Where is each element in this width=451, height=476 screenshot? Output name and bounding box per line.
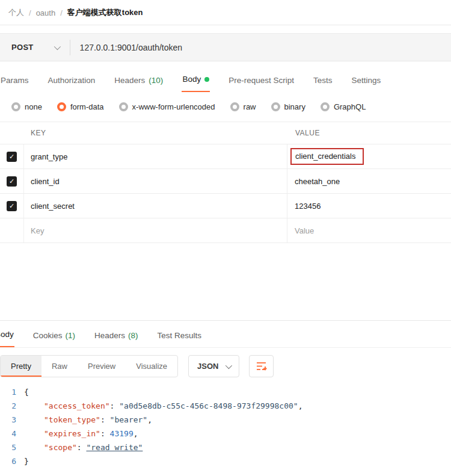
breadcrumb-workspace[interactable]: 个人 [8, 7, 24, 18]
code-line: 1 { [0, 385, 451, 399]
chevron-down-icon [226, 362, 232, 368]
annotation-highlight-box: client_credentials [290, 148, 364, 165]
response-tab-body[interactable]: Body [0, 321, 14, 347]
tab-settings[interactable]: Settings [351, 72, 381, 92]
breadcrumb-separator: / [29, 8, 31, 17]
radio-graphql[interactable]: GraphQL [321, 102, 366, 111]
radio-icon [119, 102, 128, 111]
postman-window: 个人 / oauth / 客户端模式获取token POST 127.0.0.1… [0, 0, 451, 476]
format-select[interactable]: JSON [188, 355, 239, 377]
row-checkbox[interactable] [7, 176, 17, 187]
empty-checkbox-cell [0, 218, 24, 243]
line-number: 5 [0, 440, 24, 454]
key-column-header: KEY [0, 129, 287, 137]
radio-binary[interactable]: binary [271, 102, 305, 111]
method-label: POST [11, 43, 34, 52]
param-key[interactable]: client_secret [24, 194, 287, 218]
code-line: 2 "access_token": "a0d5e8db-c55c-456c-84… [0, 399, 451, 413]
radio-x-www-form-urlencoded[interactable]: x-www-form-urlencoded [119, 102, 215, 111]
response-view-bar: Pretty Raw Preview Visualize JSON [0, 355, 451, 377]
table-row: client_id cheetah_one [0, 169, 451, 194]
view-tab-raw[interactable]: Raw [41, 356, 78, 377]
chevron-down-icon [54, 43, 60, 49]
param-key[interactable]: grant_type [24, 144, 287, 168]
response-section: Body Cookies(1) Headers(8) Test Results … [0, 320, 451, 468]
line-number: 1 [0, 385, 24, 399]
breadcrumb-separator: / [60, 8, 63, 17]
breadcrumb-collection[interactable]: oauth [36, 8, 56, 17]
wrap-lines-button[interactable] [249, 355, 274, 377]
tab-body[interactable]: Body [182, 71, 210, 92]
breadcrumb: 个人 / oauth / 客户端模式获取token [0, 0, 451, 25]
view-mode-group: Pretty Raw Preview Visualize [0, 355, 178, 377]
request-title: 客户端模式获取token [67, 7, 143, 18]
radio-selected-icon [57, 102, 66, 111]
line-number: 4 [0, 427, 24, 440]
param-value[interactable]: cheetah_one [287, 169, 451, 193]
radio-icon [11, 102, 20, 111]
tab-pre-request-script[interactable]: Pre-request Script [228, 72, 295, 92]
row-checkbox[interactable] [7, 152, 17, 162]
table-row: client_secret 123456 [0, 194, 451, 218]
view-tab-preview[interactable]: Preview [78, 356, 126, 377]
table-row-empty: Key Value [0, 218, 451, 243]
code-line: 3 "token_type": "bearer", [0, 413, 451, 427]
response-tab-headers[interactable]: Headers(8) [94, 322, 139, 347]
cookies-count: (1) [66, 331, 76, 340]
param-value[interactable]: 123456 [287, 194, 451, 218]
body-content-dot-icon [204, 77, 209, 82]
headers-count: (10) [149, 76, 163, 85]
table-row: grant_type client_credentials [0, 144, 451, 169]
response-body-viewer: 1 { 2 "access_token": "a0d5e8db-c55c-456… [0, 385, 451, 468]
response-tab-cookies[interactable]: Cookies(1) [32, 322, 76, 347]
line-number: 2 [0, 399, 24, 413]
tab-tests[interactable]: Tests [313, 72, 333, 92]
response-headers-count: (8) [128, 331, 138, 340]
code-line: 5 "scope": "read write" [0, 440, 451, 454]
tab-authorization[interactable]: Authorization [48, 72, 96, 92]
value-placeholder-input[interactable]: Value [287, 218, 451, 243]
response-tab-test-results[interactable]: Test Results [157, 322, 203, 347]
radio-icon [230, 102, 239, 111]
radio-icon [321, 102, 330, 111]
form-data-table: KEY VALUE grant_type client_credentials … [0, 122, 451, 243]
response-tabs: Body Cookies(1) Headers(8) Test Results [0, 321, 451, 348]
url-input[interactable]: 127.0.0.1:9001/oauth/token [70, 43, 451, 52]
code-line: 4 "expires_in": 43199, [0, 427, 451, 440]
method-select[interactable]: POST [0, 43, 70, 52]
request-tabs: Params Authorization Headers(10) Body Pr… [0, 71, 451, 92]
divider [0, 25, 451, 25]
empty-space [0, 243, 451, 320]
radio-none[interactable]: none [11, 102, 42, 111]
radio-raw[interactable]: raw [230, 102, 256, 111]
body-type-selector: none form-data x-www-form-urlencoded raw… [11, 102, 451, 111]
view-tab-pretty[interactable]: Pretty [1, 356, 41, 377]
wrap-lines-icon [256, 361, 267, 371]
view-tab-visualize[interactable]: Visualize [126, 356, 177, 377]
tab-params[interactable]: Params [0, 72, 29, 92]
value-column-header: VALUE [287, 129, 451, 137]
param-value[interactable]: client_credentials [287, 144, 451, 168]
param-key[interactable]: client_id [24, 169, 287, 193]
table-header: KEY VALUE [0, 122, 451, 144]
key-placeholder-input[interactable]: Key [24, 218, 287, 243]
tab-headers[interactable]: Headers(10) [114, 72, 164, 92]
radio-form-data[interactable]: form-data [57, 102, 104, 111]
line-number: 3 [0, 413, 24, 427]
row-checkbox[interactable] [7, 201, 17, 211]
line-number: 6 [0, 454, 24, 468]
request-url-bar: POST 127.0.0.1:9001/oauth/token [0, 33, 451, 61]
code-line: 6 } [0, 454, 451, 468]
radio-icon [271, 102, 280, 111]
